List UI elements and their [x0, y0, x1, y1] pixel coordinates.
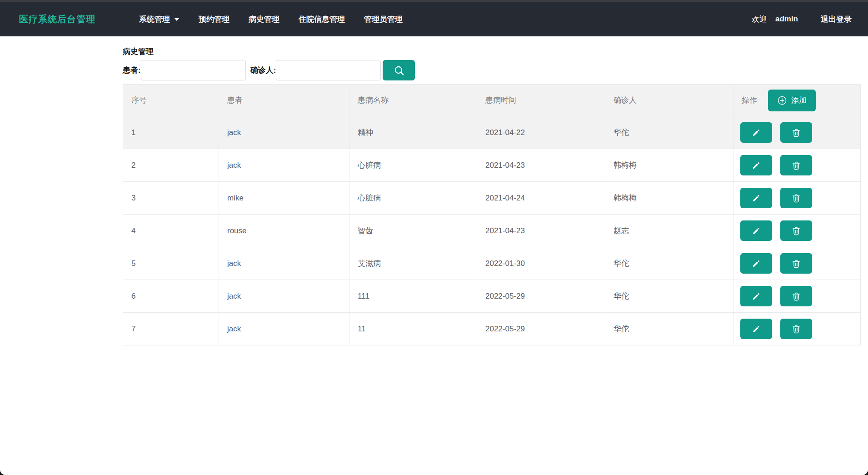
cell-date: 2022-05-29 [477, 313, 605, 345]
trash-icon [791, 324, 801, 334]
cell-actions [733, 313, 861, 345]
cell-disease: 11 [349, 313, 477, 345]
cell-date: 2021-04-24 [477, 182, 605, 215]
table-row: 1 jack 精神 2021-04-22 华佗 [123, 116, 861, 149]
column-header-disease: 患病名称 [349, 85, 477, 116]
main-menu: 系统管理 预约管理 病史管理 住院信息管理 管理员管理 [139, 14, 403, 25]
cell-doctor: 华佗 [605, 280, 733, 313]
username-text: admin [775, 15, 798, 24]
edit-button[interactable] [740, 319, 772, 339]
edit-button[interactable] [740, 286, 772, 306]
edit-button[interactable] [740, 122, 772, 143]
column-header-actions: 操作 添加 [733, 85, 861, 116]
table-row: 2 jack 心脏病 2021-04-23 韩梅梅 [123, 149, 861, 182]
cell-seq: 1 [123, 116, 219, 149]
menu-item-appointment[interactable]: 预约管理 [199, 14, 229, 25]
cell-actions [733, 215, 861, 247]
trash-icon [791, 128, 801, 138]
doctor-search-label: 确诊人: [250, 65, 276, 75]
navbar-right: 欢迎 admin 退出登录 [752, 14, 852, 25]
content-container: 病史管理 患者: 确诊人: 序号 [123, 46, 860, 345]
cell-patient: rouse [219, 215, 349, 247]
cell-disease: 心脏病 [349, 182, 477, 215]
cell-patient: jack [219, 313, 349, 345]
delete-button[interactable] [780, 155, 812, 175]
cell-seq: 2 [123, 149, 219, 182]
cell-seq: 3 [123, 182, 219, 215]
cell-disease: 艾滋病 [349, 247, 477, 280]
pencil-icon [752, 325, 761, 334]
welcome-text: 欢迎 [752, 14, 767, 25]
delete-button[interactable] [780, 253, 812, 274]
cell-doctor: 赵志 [605, 215, 733, 247]
cell-seq: 4 [123, 215, 219, 247]
pencil-icon [752, 194, 761, 203]
column-header-doctor: 确诊人 [605, 85, 733, 116]
table-row: 4 rouse 智齿 2021-04-23 赵志 [123, 215, 861, 247]
table-header-row: 序号 患者 患病名称 患病时间 确诊人 操作 [123, 85, 861, 116]
plus-circle-icon [777, 95, 787, 105]
cell-disease: 111 [349, 280, 477, 313]
column-header-patient: 患者 [219, 85, 349, 116]
column-header-actions-label: 操作 [742, 95, 757, 105]
add-record-button-label: 添加 [791, 95, 807, 105]
table-row: 6 jack 111 2022-05-29 华佗 [123, 280, 861, 313]
doctor-search-input[interactable] [276, 60, 381, 80]
trash-icon [791, 259, 801, 269]
edit-button[interactable] [740, 220, 772, 241]
edit-button[interactable] [740, 188, 772, 208]
pencil-icon [752, 292, 761, 301]
patient-search-label: 患者: [123, 65, 141, 75]
pencil-icon [752, 226, 761, 235]
cell-seq: 6 [123, 280, 219, 313]
delete-button[interactable] [780, 286, 812, 306]
delete-button[interactable] [780, 220, 812, 241]
trash-icon [791, 193, 801, 203]
cell-doctor: 韩梅梅 [605, 149, 733, 182]
delete-button[interactable] [780, 188, 812, 208]
delete-button[interactable] [780, 122, 812, 143]
cell-date: 2021-04-23 [477, 149, 605, 182]
logout-link[interactable]: 退出登录 [821, 14, 852, 25]
trash-icon [791, 291, 801, 301]
cell-date: 2021-04-23 [477, 215, 605, 247]
pencil-icon [752, 259, 761, 268]
patient-search-input[interactable] [141, 60, 246, 80]
cell-seq: 5 [123, 247, 219, 280]
menu-item-admin[interactable]: 管理员管理 [364, 14, 403, 25]
cell-doctor: 韩梅梅 [605, 182, 733, 215]
menu-item-hospitalization-label: 住院信息管理 [299, 14, 345, 25]
table-row: 3 mike 心脏病 2021-04-24 韩梅梅 [123, 182, 861, 215]
menu-item-admin-label: 管理员管理 [364, 14, 403, 25]
menu-item-system-label: 系统管理 [139, 14, 170, 25]
page-title: 病史管理 [123, 46, 860, 57]
menu-item-medical-history[interactable]: 病史管理 [249, 14, 279, 25]
cell-disease: 心脏病 [349, 149, 477, 182]
menu-item-system[interactable]: 系统管理 [139, 14, 180, 25]
edit-button[interactable] [740, 253, 772, 274]
search-button[interactable] [383, 60, 415, 80]
cell-patient: mike [219, 182, 349, 215]
trash-icon [791, 226, 801, 236]
table-body: 1 jack 精神 2021-04-22 华佗 [123, 116, 861, 345]
cell-actions [733, 280, 861, 313]
cell-disease: 智齿 [349, 215, 477, 247]
cell-patient: jack [219, 116, 349, 149]
pencil-icon [752, 161, 761, 170]
chevron-down-icon [174, 18, 180, 21]
edit-button[interactable] [740, 155, 772, 175]
cell-doctor: 华佗 [605, 247, 733, 280]
search-icon [393, 65, 405, 76]
add-record-button[interactable]: 添加 [768, 90, 816, 111]
menu-item-hospitalization[interactable]: 住院信息管理 [299, 14, 345, 25]
medical-history-table: 序号 患者 患病名称 患病时间 确诊人 操作 [123, 84, 861, 345]
pencil-icon [752, 128, 761, 137]
search-bar: 患者: 确诊人: [123, 60, 860, 80]
cell-patient: jack [219, 280, 349, 313]
cell-actions [733, 149, 861, 182]
delete-button[interactable] [780, 319, 812, 339]
column-header-date: 患病时间 [477, 85, 605, 116]
cell-doctor: 华佗 [605, 313, 733, 345]
app-brand[interactable]: 医疗系统后台管理 [19, 13, 95, 25]
cell-actions [733, 247, 861, 280]
